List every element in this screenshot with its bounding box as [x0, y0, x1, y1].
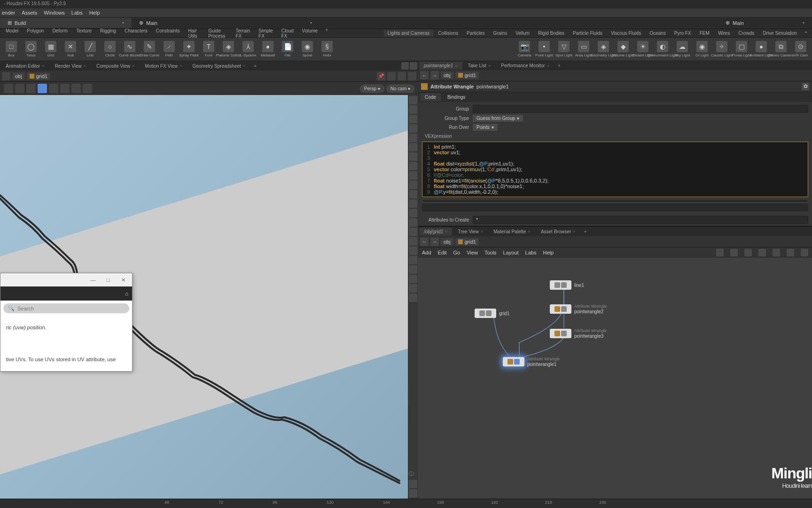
- tool-camera[interactable]: 📷Camera: [515, 41, 534, 57]
- netmenu-tools[interactable]: Tools: [484, 250, 497, 255]
- side-tool-icon[interactable]: [409, 181, 417, 189]
- tab-composite-view[interactable]: Composite View×: [92, 62, 139, 70]
- param-pane-plus[interactable]: +: [555, 63, 563, 68]
- shelf-characters[interactable]: Characters: [121, 27, 151, 40]
- tool-torus[interactable]: ◯Torus: [22, 41, 40, 57]
- netmenu-add[interactable]: Add: [422, 250, 431, 255]
- shelf-rigidbodies[interactable]: Rigid Bodies: [534, 30, 568, 37]
- code-line[interactable]: 6//@Cd=color;: [424, 172, 806, 178]
- shelf-pyrofx[interactable]: Pyro FX: [671, 30, 695, 37]
- maximize-icon[interactable]: □: [101, 275, 115, 285]
- snapshot-icon[interactable]: [408, 72, 416, 80]
- tool-environment-light[interactable]: ◐Environment Light: [653, 41, 672, 57]
- tab-geometry-spreadsheet[interactable]: Geometry Spreadsheet×: [187, 62, 250, 70]
- tab-performance-monitor[interactable]: Performance Monitor×: [496, 62, 554, 70]
- shelf-vellum[interactable]: Vellum: [512, 30, 533, 37]
- side-tool-icon[interactable]: [409, 284, 417, 293]
- home-icon[interactable]: ⌂: [125, 291, 128, 296]
- side-tool-icon[interactable]: [409, 265, 417, 274]
- link-icon[interactable]: [387, 72, 396, 80]
- attr-create-input[interactable]: [473, 216, 808, 224]
- side-tool-icon[interactable]: [409, 489, 417, 498]
- tool-geometry-light[interactable]: ◈Geometry Light: [594, 41, 613, 57]
- nav-back-icon[interactable]: [2, 72, 10, 80]
- side-tool-icon[interactable]: [409, 134, 417, 142]
- side-tool-icon[interactable]: [409, 480, 417, 488]
- camera-icon[interactable]: [398, 72, 406, 80]
- tool-gi-light[interactable]: ◉GI Light: [693, 41, 711, 57]
- shelf-collisions[interactable]: Collisions: [434, 30, 462, 37]
- side-tool-icon[interactable]: [409, 190, 417, 198]
- side-tool-icon[interactable]: [409, 124, 417, 133]
- shelf-hairutils[interactable]: Hair Utils: [184, 27, 203, 40]
- shelf-simplefx[interactable]: Simple FX: [255, 27, 277, 40]
- gear-icon[interactable]: ✿: [802, 83, 809, 90]
- side-tool-icon[interactable]: [409, 209, 417, 217]
- node-pointwrangle1[interactable]: Attribute Wranglepointwrangle1: [503, 357, 560, 367]
- menu-windows[interactable]: Windows: [44, 10, 65, 16]
- tab-code[interactable]: Code: [420, 93, 441, 101]
- path-node[interactable]: grid1: [455, 238, 479, 246]
- path-obj[interactable]: obj: [441, 238, 453, 246]
- shelf-wires[interactable]: Wires: [714, 30, 734, 37]
- wireframe-icon[interactable]: [49, 84, 58, 93]
- tool-line[interactable]: ╱Line: [81, 41, 100, 57]
- menu-render[interactable]: ender: [2, 10, 15, 16]
- side-tool-icon[interactable]: [409, 275, 417, 283]
- tool-l-system[interactable]: ⅄L-System: [239, 41, 258, 57]
- camera-dropdown[interactable]: No cam ▾: [386, 85, 414, 93]
- net-tool-icon[interactable]: [730, 249, 738, 256]
- tool-point-light[interactable]: •Point Light: [535, 41, 554, 57]
- select-tool-icon[interactable]: [4, 84, 13, 93]
- side-tool-icon[interactable]: [409, 105, 417, 114]
- node-name-field[interactable]: pointwrangle1: [476, 84, 509, 89]
- shelf-texture[interactable]: Texture: [72, 27, 95, 40]
- network-view[interactable]: line1 grid1 Attribute Wranglepointwrangl…: [418, 258, 812, 499]
- shelf-particles[interactable]: Particles: [463, 30, 488, 37]
- shelf-polygon[interactable]: Polygon: [23, 27, 47, 40]
- netmenu-go[interactable]: Go: [453, 250, 461, 255]
- popup-titlebar[interactable]: — □ ✕: [0, 273, 132, 286]
- shelf-volume[interactable]: Volume: [298, 27, 321, 40]
- info-icon[interactable]: ⓘ: [409, 470, 417, 479]
- shelf-model[interactable]: Model: [2, 27, 22, 40]
- code-line[interactable]: 4float dist=xyzdist(1,@P,prim1,uv1);: [424, 161, 806, 167]
- tool-spot-light[interactable]: ▽Spot Light: [554, 41, 573, 57]
- tool-font[interactable]: TFont: [199, 41, 218, 57]
- menu-help[interactable]: Help: [89, 10, 100, 16]
- shelf-viscousfluids[interactable]: Viscous Fluids: [607, 30, 645, 37]
- tool-box[interactable]: □Box: [2, 41, 21, 57]
- group-input[interactable]: [473, 105, 808, 113]
- shelf-terrainfx[interactable]: Terrain FX: [232, 27, 254, 40]
- node-pointwrangle3[interactable]: Attribute Wranglepointwrangle3: [550, 328, 607, 339]
- shelf-crowds[interactable]: Crowds: [734, 30, 758, 37]
- pane-menu-icon[interactable]: [401, 62, 409, 70]
- tab-pointwrangle1[interactable]: pointwrangle1×: [419, 62, 462, 70]
- code-line[interactable]: 2vector uv1;: [424, 150, 806, 155]
- display-icon[interactable]: [60, 84, 70, 93]
- tool-volume-light[interactable]: ◆Volume Light: [614, 41, 632, 57]
- tool-platonic-solids[interactable]: ◈Platonic Solids: [219, 41, 238, 57]
- tool-path[interactable]: ⟋Path: [160, 41, 179, 57]
- tool-file[interactable]: 📄File: [278, 41, 297, 57]
- netmenu-labs[interactable]: Labs: [525, 250, 537, 255]
- nav-back-icon[interactable]: ←: [420, 71, 429, 79]
- minimize-icon[interactable]: —: [86, 275, 100, 285]
- netmenu-view[interactable]: View: [467, 250, 478, 255]
- tool-curve-bezier[interactable]: ∿Curve Bezier: [120, 41, 139, 57]
- tool-sky-light[interactable]: ☁Sky Light: [673, 41, 692, 57]
- persp-dropdown[interactable]: Persp ▾: [360, 85, 384, 93]
- timeline-ruler[interactable]: 48 72 96 120 144 168 192 216 240: [0, 499, 812, 508]
- tab-render-view[interactable]: Render View×: [50, 62, 91, 70]
- nav-fwd-icon[interactable]: →: [430, 238, 439, 246]
- side-tool-icon[interactable]: [409, 237, 417, 246]
- code-line[interactable]: 7float noise1=fit(anoise(@P*8,5,0.5,1),0…: [424, 178, 806, 183]
- tab-asset-browser[interactable]: Asset Browser×: [536, 228, 580, 236]
- timeline[interactable]: 48 72 96 120 144 168 192 216 240 ◀ 240 2…: [0, 499, 812, 508]
- desktop-build-tab[interactable]: ⊞ Build ▾: [0, 18, 132, 28]
- shelf-cloudfx[interactable]: Cloud FX: [278, 27, 297, 40]
- netmenu-edit[interactable]: Edit: [438, 250, 447, 255]
- path-node[interactable]: grid1: [455, 71, 479, 79]
- network-plus[interactable]: +: [581, 229, 590, 234]
- move-tool-icon[interactable]: [15, 84, 24, 93]
